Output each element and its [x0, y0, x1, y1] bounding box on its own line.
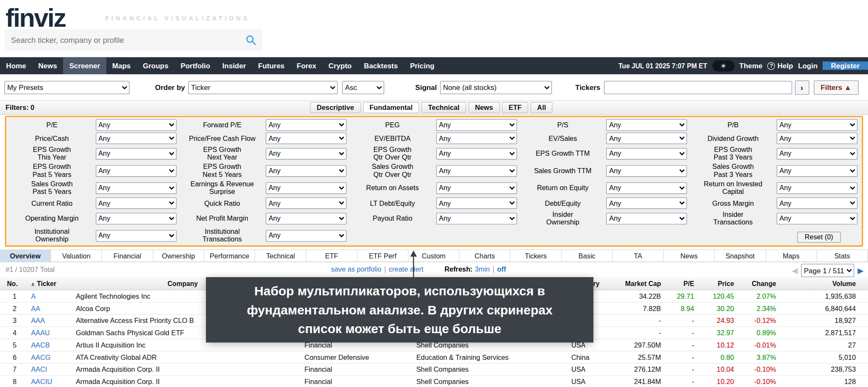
header-change[interactable]: Change [738, 280, 780, 287]
ticker-link[interactable]: AACG [22, 353, 69, 361]
ticker-link[interactable]: AAAU [22, 329, 69, 337]
industry-cell[interactable]: Shell Companies [409, 365, 564, 373]
create-alert-link[interactable]: create alert [389, 266, 423, 273]
sector-cell[interactable]: Financial [297, 378, 409, 385]
filter-select[interactable]: Any [95, 148, 176, 159]
sector-cell[interactable]: Consumer Defensive [297, 353, 409, 361]
order-select[interactable]: Ticker [188, 81, 338, 94]
table-row[interactable]: 8 AACIU Armada Acquisition Corp. II Fina… [0, 376, 868, 387]
sector-cell[interactable]: Financial [297, 365, 409, 373]
filter-select[interactable]: Any [776, 197, 857, 209]
tickers-input[interactable] [604, 81, 792, 94]
industry-cell[interactable]: Shell Companies [409, 378, 564, 385]
view-tab[interactable]: ETF Perf [357, 250, 408, 261]
filter-select[interactable]: Any [266, 182, 347, 194]
header-market-cap[interactable]: Market Cap [610, 280, 665, 287]
view-tab[interactable]: Overview [0, 250, 51, 261]
country-cell[interactable]: USA [564, 378, 610, 385]
filter-select[interactable]: Any [266, 132, 347, 144]
header-price[interactable]: Price [698, 280, 738, 287]
filter-group-tab[interactable]: All [531, 102, 553, 113]
nav-item[interactable]: Pricing [404, 57, 440, 74]
search-input[interactable] [4, 36, 239, 45]
filter-select[interactable]: Any [436, 165, 517, 177]
filter-select[interactable]: Any [606, 119, 687, 131]
filter-select[interactable]: Any [95, 182, 176, 194]
table-row[interactable]: 7 AACI Armada Acquisition Corp. II Finan… [0, 364, 868, 376]
header-volume[interactable]: Volume [781, 280, 868, 287]
filter-select[interactable]: Any [436, 213, 517, 224]
filter-select[interactable]: Any [606, 132, 687, 144]
theme-menu[interactable]: Theme [739, 62, 762, 70]
nav-item[interactable]: Insider [216, 57, 252, 74]
filter-group-tab[interactable]: Fundamental [363, 102, 419, 113]
finviz-logo[interactable]: finviz [6, 2, 65, 33]
ticker-link[interactable]: AACB [22, 341, 69, 349]
filter-select[interactable]: Any [436, 182, 517, 194]
view-tab[interactable]: Performance [204, 250, 255, 261]
filter-select[interactable]: Any [606, 197, 687, 209]
filter-select[interactable]: Any [95, 132, 176, 144]
login-link[interactable]: Login [798, 62, 818, 70]
header-pe[interactable]: P/E [665, 280, 698, 287]
filter-select[interactable]: Any [266, 148, 347, 159]
industry-cell[interactable]: Education & Training Services [409, 353, 564, 361]
filter-group-tab[interactable]: News [468, 102, 500, 113]
theme-toggle[interactable]: ☀ [712, 60, 734, 71]
refresh-interval-link[interactable]: 3min [475, 266, 490, 273]
view-tab[interactable]: Valuation [51, 250, 102, 261]
nav-item[interactable]: Screener [63, 57, 106, 74]
country-cell[interactable]: USA [564, 365, 610, 373]
filter-select[interactable]: Any [95, 213, 176, 224]
help-link[interactable]: ? Help [768, 62, 793, 70]
nav-item[interactable]: Forex [291, 57, 323, 74]
nav-item[interactable]: Home [0, 57, 32, 74]
filter-select[interactable]: Any [95, 230, 176, 241]
view-tab[interactable]: Charts [459, 250, 510, 261]
signal-select[interactable]: None (all stocks) [440, 81, 552, 94]
refresh-off-link[interactable]: off [497, 266, 506, 273]
ticker-link[interactable]: AACIU [22, 378, 69, 385]
filter-select[interactable]: Any [776, 213, 857, 224]
next-page-icon[interactable]: ▶ [857, 266, 863, 275]
view-tab[interactable]: Financial [102, 250, 153, 261]
filter-select[interactable]: Any [266, 197, 347, 209]
country-cell[interactable]: China [564, 353, 610, 361]
filter-select[interactable]: Any [606, 148, 687, 159]
view-tab[interactable]: Tickers [511, 250, 562, 261]
view-tab[interactable]: Maps [766, 250, 817, 261]
ticker-link[interactable]: A [22, 292, 69, 300]
filter-select[interactable]: Any [266, 165, 347, 177]
filter-select[interactable]: Any [266, 119, 347, 131]
filter-select[interactable]: Any [606, 213, 687, 224]
ticker-link[interactable]: AACI [22, 365, 69, 373]
filter-select[interactable]: Any [95, 165, 176, 177]
filter-select[interactable]: Any [606, 182, 687, 194]
filter-select[interactable]: Any [776, 182, 857, 194]
filter-select[interactable]: Any [776, 165, 857, 177]
ticker-link[interactable]: AAA [22, 317, 69, 324]
header-ticker[interactable]: ∧Ticker [22, 280, 69, 287]
view-tab[interactable]: ETF [306, 250, 357, 261]
nav-item[interactable]: Backtests [358, 57, 404, 74]
filter-select[interactable]: Any [436, 197, 517, 209]
filter-select[interactable]: Any [95, 119, 176, 131]
filter-select[interactable]: Any [436, 148, 517, 159]
filter-select[interactable]: Any [776, 132, 857, 144]
filter-select[interactable]: Any [776, 148, 857, 159]
tickers-submit-button[interactable]: › [795, 80, 809, 95]
view-tab[interactable]: Technical [255, 250, 306, 261]
filter-select[interactable]: Any [776, 119, 857, 131]
view-tab[interactable]: News [664, 250, 715, 261]
filter-select[interactable]: Any [606, 165, 687, 177]
view-tab[interactable]: TA [613, 250, 664, 261]
presets-select[interactable]: My Presets [4, 81, 129, 94]
page-select[interactable]: Page 1 / 511 [801, 264, 854, 277]
register-button[interactable]: Register [823, 62, 868, 70]
nav-item[interactable]: Maps [106, 57, 136, 74]
filter-group-tab[interactable]: Descriptive [310, 102, 361, 113]
order-direction-select[interactable]: Asc [342, 81, 384, 94]
nav-item[interactable]: Crypto [323, 57, 358, 74]
view-tab[interactable]: Basic [562, 250, 612, 261]
nav-item[interactable]: News [32, 57, 63, 74]
